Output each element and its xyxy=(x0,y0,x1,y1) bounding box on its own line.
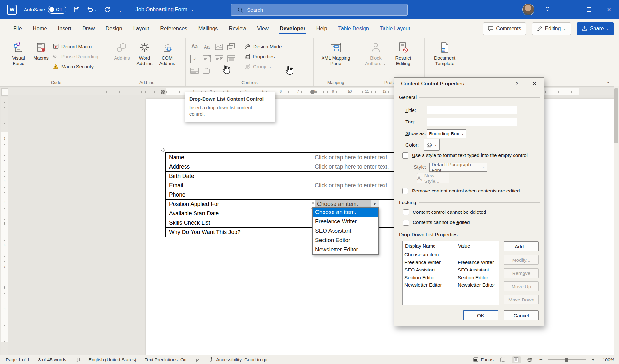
tab-developer[interactable]: Developer xyxy=(274,22,311,35)
macros-button[interactable]: Macros xyxy=(30,40,52,61)
rich-text-content-control-button[interactable]: Aa xyxy=(190,43,199,51)
scrollbar-thumb[interactable] xyxy=(614,88,618,143)
tab-view[interactable]: View xyxy=(252,22,274,35)
listbox-row[interactable]: Freelance WriterFreelance Writer xyxy=(403,259,499,266)
cancel-button[interactable]: Cancel xyxy=(504,310,539,320)
field-label[interactable]: Email xyxy=(166,181,311,190)
tab-design[interactable]: Design xyxy=(100,22,127,35)
cannot-edit-checkbox-row[interactable]: Contents cannot be edited xyxy=(403,220,538,226)
maximize-button[interactable] xyxy=(579,0,599,19)
dropdown-option[interactable]: Freelance Writer xyxy=(313,217,378,226)
block-authors-button[interactable]: Block Authors ⌄ xyxy=(362,40,390,66)
com-addins-button[interactable]: COM Add-ins xyxy=(156,40,178,66)
legacy-tools-button[interactable] xyxy=(203,67,211,74)
share-button[interactable]: Share ⌄ xyxy=(577,22,614,35)
close-button[interactable]: ✕ xyxy=(599,0,619,19)
field-label[interactable]: Birth Date xyxy=(166,172,311,181)
collapse-ribbon-chevron-icon[interactable]: ⌄ xyxy=(606,79,610,84)
language-indicator[interactable]: English (United States) xyxy=(88,357,136,362)
ok-button[interactable]: OK xyxy=(463,310,498,320)
drop-down-list-content-control-button[interactable] xyxy=(215,55,223,63)
zoom-in-button[interactable]: + xyxy=(592,357,594,363)
tab-layout[interactable]: Layout xyxy=(128,22,155,35)
design-mode-button[interactable]: Design Mode xyxy=(245,43,282,50)
zoom-percentage[interactable]: 100% xyxy=(600,357,614,362)
move-down-button[interactable]: Move Down xyxy=(504,295,539,304)
ruler-indent-marker[interactable] xyxy=(315,91,317,93)
search-input[interactable]: Search xyxy=(231,4,408,16)
text-predictions[interactable]: Text Predictions: On xyxy=(145,357,187,362)
group-button[interactable]: Group ⌄ xyxy=(245,63,282,70)
tab-mailings[interactable]: Mailings xyxy=(193,22,224,35)
tab-draw[interactable]: Draw xyxy=(77,22,100,35)
picture-content-control-button[interactable] xyxy=(215,43,223,51)
redo-button[interactable] xyxy=(104,6,111,13)
accessibility-status[interactable]: Accessibility: Good to go xyxy=(209,357,267,362)
zoom-out-button[interactable]: − xyxy=(539,357,543,363)
use-style-checkbox-row[interactable]: Use a style to format text typed into th… xyxy=(402,152,538,159)
dropdown-option[interactable]: SEO Assistant xyxy=(313,226,378,236)
cannot-delete-checkbox-row[interactable]: Content control cannot be deleted xyxy=(403,209,538,215)
autosave-toggle[interactable]: Off xyxy=(48,6,66,14)
vertical-scrollbar[interactable] xyxy=(614,86,619,355)
style-combobox[interactable]: Default Paragraph Font ⌄ xyxy=(429,163,487,172)
field-label[interactable]: Skills Check List xyxy=(166,218,311,227)
dialog-close-button[interactable]: ✕ xyxy=(529,79,540,88)
field-label[interactable]: Position Applied For xyxy=(166,200,311,209)
addins-button[interactable]: Add-ins xyxy=(111,40,133,61)
field-label[interactable]: Phone xyxy=(166,190,311,199)
ruler-table-marker[interactable] xyxy=(161,90,165,94)
dropdown-option[interactable]: Newsletter Editor xyxy=(313,245,378,254)
cannot-delete-checkbox[interactable] xyxy=(403,209,409,215)
editing-mode-button[interactable]: Editing ⌄ xyxy=(532,22,571,35)
ruler-column-marker[interactable] xyxy=(311,90,314,94)
dropdown-items-listbox[interactable]: Display Name Value Choose an item. Freel… xyxy=(402,241,499,305)
vertical-ruler[interactable]: 1 2 3 4 5 6 7 8 9 xyxy=(1,97,8,355)
tab-stop-selector[interactable]: ∟ xyxy=(1,88,8,96)
properties-button[interactable]: Properties xyxy=(245,53,282,60)
xml-mapping-pane-button[interactable]: XML Mapping Pane xyxy=(319,40,353,66)
focus-mode-button[interactable]: Focus xyxy=(473,357,494,362)
field-label[interactable]: Name xyxy=(166,153,311,162)
word-addins-button[interactable]: Word Add-ins xyxy=(134,40,155,66)
tab-file[interactable]: File xyxy=(8,22,27,35)
tab-table-layout[interactable]: Table Layout xyxy=(374,22,416,35)
tab-help[interactable]: Help xyxy=(311,22,333,35)
listbox-row[interactable]: SEO AssistantSEO Assistant xyxy=(403,266,499,274)
proofing-status[interactable] xyxy=(75,357,80,362)
remove-when-edited-checkbox[interactable] xyxy=(402,188,408,194)
web-layout-view-button[interactable] xyxy=(526,356,534,363)
tab-home[interactable]: Home xyxy=(27,22,53,35)
document-page[interactable]: NameClick or tap here to enter text. Add… xyxy=(146,99,614,355)
minimize-button[interactable]: — xyxy=(559,0,579,19)
field-label[interactable]: Why Do You Want This Job? xyxy=(166,228,311,237)
date-picker-content-control-button[interactable] xyxy=(227,55,235,63)
use-style-checkbox[interactable] xyxy=(402,152,408,159)
read-mode-view-button[interactable] xyxy=(499,356,507,363)
building-block-gallery-content-control-button[interactable] xyxy=(227,43,235,51)
ideas-button[interactable] xyxy=(544,6,551,13)
macro-recording-status[interactable] xyxy=(195,357,200,362)
zoom-slider-thumb[interactable] xyxy=(565,358,568,362)
listbox-row[interactable]: Newsletter EditorNewsletter Editor xyxy=(403,281,499,289)
zoom-slider[interactable] xyxy=(548,359,586,360)
record-macro-button[interactable]: Record Macro xyxy=(53,43,98,50)
remove-button[interactable]: Remove xyxy=(504,268,539,278)
listbox-row[interactable]: Choose an item. xyxy=(403,251,499,259)
customize-quick-access-toolbar-button[interactable]: — ⌄ xyxy=(118,8,122,11)
show-as-combobox[interactable]: Bounding Box ⌄ xyxy=(427,129,466,138)
combo-box-content-control-button[interactable] xyxy=(203,55,211,63)
tag-field-input[interactable] xyxy=(427,118,517,126)
page-indicator[interactable]: Page 1 of 1 xyxy=(6,357,30,362)
tab-insert[interactable]: Insert xyxy=(53,22,77,35)
add-button[interactable]: Add... xyxy=(504,241,539,251)
undo-button[interactable]: ⌄ xyxy=(87,6,97,13)
plain-text-content-control-button[interactable]: Aa xyxy=(203,43,211,51)
comments-button[interactable]: Comments xyxy=(483,22,526,35)
macro-security-button[interactable]: Macro Security xyxy=(53,63,98,70)
checkbox-content-control-button[interactable]: ✓ xyxy=(190,55,199,63)
tab-references[interactable]: References xyxy=(155,22,193,35)
dialog-titlebar[interactable]: Content Control Properties ? ✕ xyxy=(394,78,544,89)
dropdown-option[interactable]: Section Editor xyxy=(313,236,378,245)
repeating-section-content-control-button[interactable] xyxy=(190,67,199,74)
